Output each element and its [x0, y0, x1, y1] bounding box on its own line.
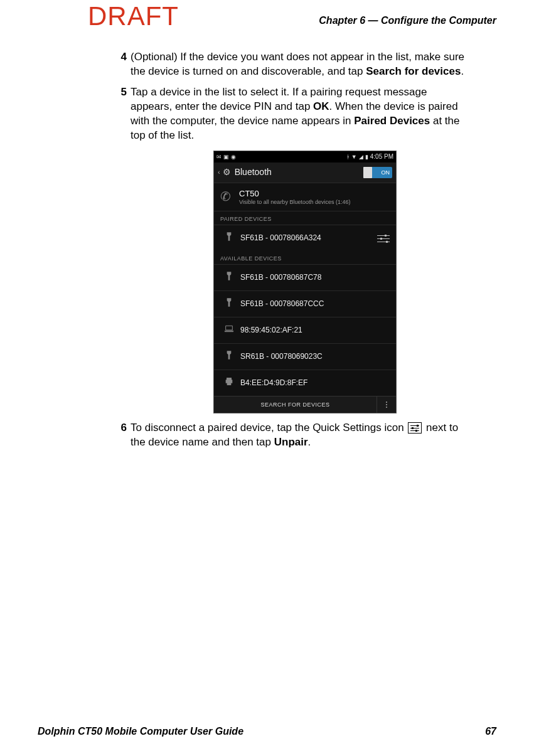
device-name: 98:59:45:02:AF:21: [240, 325, 390, 335]
bold: OK: [313, 100, 329, 112]
paired-device-row[interactable]: SF61B - 00078066A324: [214, 225, 396, 251]
wifi-icon: ▼: [351, 153, 357, 161]
available-device-row[interactable]: SF61B - 000780687C78: [214, 264, 396, 290]
back-icon[interactable]: ‹: [218, 168, 220, 177]
step-number: 4: [113, 50, 127, 79]
printer-icon: [220, 376, 238, 390]
clock: 4:05 PM: [370, 152, 393, 161]
available-devices-label: AVAILABLE DEVICES: [214, 251, 396, 264]
status-icon: ▣: [223, 153, 229, 161]
toggle-label: ON: [382, 169, 390, 176]
status-icon: ◉: [231, 153, 236, 161]
device-name: SF61B - 000780687CCC: [240, 299, 390, 309]
device-name: SF61B - 000780687C78: [240, 272, 390, 282]
step-6: 6 To disconnect a paired device, tap the…: [113, 421, 471, 450]
chapter-header: Chapter 6 — Configure the Computer: [319, 15, 496, 26]
scanner-icon: [220, 271, 238, 284]
bold: Unpair: [274, 436, 308, 448]
bottom-action-bar: SEARCH FOR DEVICES: [214, 396, 396, 413]
signal-icon: ◢: [359, 153, 363, 161]
draft-watermark: DRAFT: [88, 1, 179, 31]
device-name: SF61B - 00078066A324: [240, 233, 377, 243]
text: .: [461, 65, 464, 77]
steps-list: 4 (Optional) If the device you want does…: [113, 50, 471, 449]
paired-devices-label: PAIRED DEVICES: [214, 211, 396, 225]
screenshot-bluetooth-settings: ✉︎ ▣ ◉ ᚼ ▼ ◢ ▮ 4:05 PM ‹ ⚙︎ Blueto: [213, 151, 471, 413]
footer-title: Dolphin CT50 Mobile Computer User Guide: [38, 726, 243, 737]
step-body: Tap a device in the list to select it. I…: [131, 85, 471, 143]
scanner-icon: [220, 350, 238, 363]
status-right: ᚼ ▼ ◢ ▮ 4:05 PM: [346, 152, 393, 161]
quick-settings-icon: [408, 422, 422, 434]
scanner-icon: [220, 297, 238, 311]
step-5: 5 Tap a device in the list to select it.…: [113, 85, 471, 143]
available-device-row[interactable]: SF61B - 000780687CCC: [214, 290, 396, 317]
text: To disconnect a paired device, tap the Q…: [131, 422, 407, 434]
laptop-icon: [220, 324, 238, 337]
phone-mock: ✉︎ ▣ ◉ ᚼ ▼ ◢ ▮ 4:05 PM ‹ ⚙︎ Blueto: [213, 151, 397, 413]
scanner-icon: [220, 232, 238, 245]
title-bar: ‹ ⚙︎ Bluetooth ON: [214, 162, 396, 183]
status-left-icons: ✉︎ ▣ ◉: [216, 153, 346, 161]
phone-icon: ✆: [220, 188, 239, 205]
overflow-menu-icon[interactable]: [376, 397, 396, 413]
self-device-row[interactable]: ✆ CT50 Visible to all nearby Bluetooth d…: [214, 183, 396, 211]
step-body: (Optional) If the device you want does n…: [131, 50, 471, 79]
bold: Search for devices: [366, 65, 461, 77]
available-device-row[interactable]: 98:59:45:02:AF:21: [214, 317, 396, 343]
bluetooth-toggle[interactable]: ON: [363, 167, 392, 178]
text: .: [308, 436, 311, 448]
battery-icon: ▮: [365, 153, 368, 161]
self-device-subtitle: Visible to all nearby Bluetooth devices …: [239, 199, 390, 206]
bold: Paired Devices: [354, 115, 430, 127]
search-for-devices-button[interactable]: SEARCH FOR DEVICES: [214, 401, 376, 408]
step-body: To disconnect a paired device, tap the Q…: [131, 421, 471, 450]
mail-icon: ✉︎: [216, 153, 222, 161]
page-footer: Dolphin CT50 Mobile Computer User Guide …: [38, 726, 496, 737]
bluetooth-icon: ᚼ: [346, 153, 350, 161]
device-name: B4:EE:D4:9D:8F:EF: [240, 378, 390, 388]
step-number: 5: [113, 85, 127, 143]
quick-settings-icon[interactable]: [377, 234, 390, 243]
gear-icon: ⚙︎: [223, 166, 231, 178]
device-name: SR61B - 00078069023C: [240, 351, 390, 361]
step-4: 4 (Optional) If the device you want does…: [113, 50, 471, 79]
footer-page-number: 67: [485, 726, 496, 737]
self-device-name: CT50: [239, 188, 390, 200]
available-device-row[interactable]: SR61B - 00078069023C: [214, 343, 396, 370]
screen-title: Bluetooth: [235, 166, 363, 178]
available-device-row[interactable]: B4:EE:D4:9D:8F:EF: [214, 370, 396, 396]
status-bar: ✉︎ ▣ ◉ ᚼ ▼ ◢ ▮ 4:05 PM: [214, 151, 396, 162]
step-number: 6: [113, 421, 127, 450]
